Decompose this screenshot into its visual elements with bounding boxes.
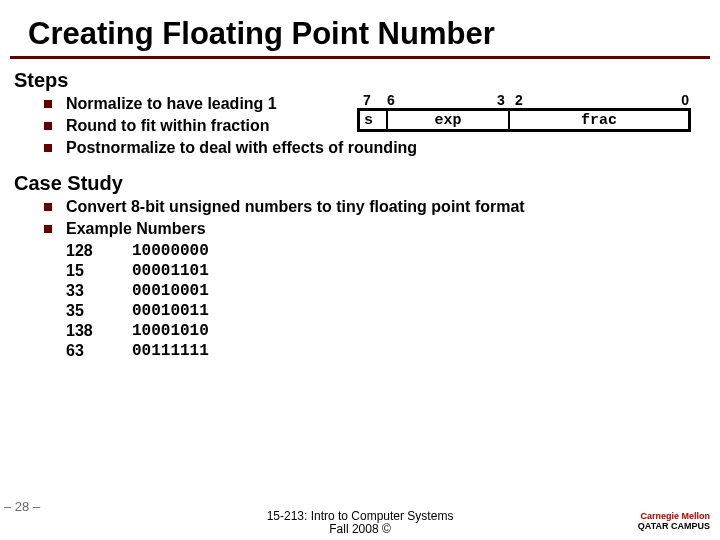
example-bin: 10000000: [132, 241, 209, 261]
example-bin: 00010001: [132, 281, 209, 301]
steps-heading: Steps: [14, 69, 720, 92]
example-dec: 35: [66, 301, 132, 321]
step-text: Normalize to have leading 1: [66, 94, 277, 114]
example-dec: 128: [66, 241, 132, 261]
case-list: Convert 8-bit unsigned numbers to tiny f…: [44, 197, 720, 239]
table-row: 33 00010001: [66, 281, 209, 301]
step-text: Round to fit within fraction: [66, 116, 270, 136]
slide-title: Creating Floating Point Number: [0, 0, 720, 54]
title-underline: [10, 56, 710, 59]
bit-labels: 7 6 3 2 0: [357, 92, 691, 108]
bullet-icon: [44, 122, 52, 130]
list-item: Example Numbers: [44, 219, 720, 239]
footer-line-2: Fall 2008 ©: [329, 522, 391, 536]
bit-label: 7: [363, 92, 371, 108]
example-bin: 00111111: [132, 341, 209, 361]
example-bin: 00001101: [132, 261, 209, 281]
example-dec: 33: [66, 281, 132, 301]
field-sign: s: [360, 111, 388, 129]
case-heading: Case Study: [14, 172, 720, 195]
example-bin: 00010011: [132, 301, 209, 321]
footer-course: 15-213: Intro to Computer Systems Fall 2…: [0, 510, 720, 536]
bullet-icon: [44, 203, 52, 211]
bit-label: 6: [387, 92, 395, 108]
list-item: Convert 8-bit unsigned numbers to tiny f…: [44, 197, 720, 217]
bit-label: 0: [681, 92, 689, 108]
example-dec: 15: [66, 261, 132, 281]
step-text: Postnormalize to deal with effects of ro…: [66, 138, 417, 158]
logo-text-2: QATAR CAMPUS: [638, 521, 710, 531]
field-exponent: exp: [388, 111, 510, 129]
institution-logo: Carnegie Mellon QATAR CAMPUS: [638, 512, 710, 532]
bit-label: 3: [497, 92, 505, 108]
bullet-icon: [44, 144, 52, 152]
table-row: 15 00001101: [66, 261, 209, 281]
bullet-icon: [44, 100, 52, 108]
field-fraction: frac: [510, 111, 688, 129]
list-item: Postnormalize to deal with effects of ro…: [44, 138, 720, 158]
examples-label: Example Numbers: [66, 219, 206, 239]
example-dec: 63: [66, 341, 132, 361]
bit-label: 2: [515, 92, 523, 108]
footer-line-1: 15-213: Intro to Computer Systems: [267, 509, 454, 523]
logo-text-1: Carnegie Mellon: [640, 511, 710, 521]
example-dec: 138: [66, 321, 132, 341]
table-row: 35 00010011: [66, 301, 209, 321]
table-row: 138 10001010: [66, 321, 209, 341]
example-bin: 10001010: [132, 321, 209, 341]
bullet-icon: [44, 225, 52, 233]
case-intro: Convert 8-bit unsigned numbers to tiny f…: [66, 197, 525, 217]
table-row: 63 00111111: [66, 341, 209, 361]
float-format-diagram: 7 6 3 2 0 s exp frac: [357, 92, 691, 132]
format-box: s exp frac: [357, 108, 691, 132]
examples-table: 128 10000000 15 00001101 33 00010001 35 …: [66, 241, 209, 361]
table-row: 128 10000000: [66, 241, 209, 261]
